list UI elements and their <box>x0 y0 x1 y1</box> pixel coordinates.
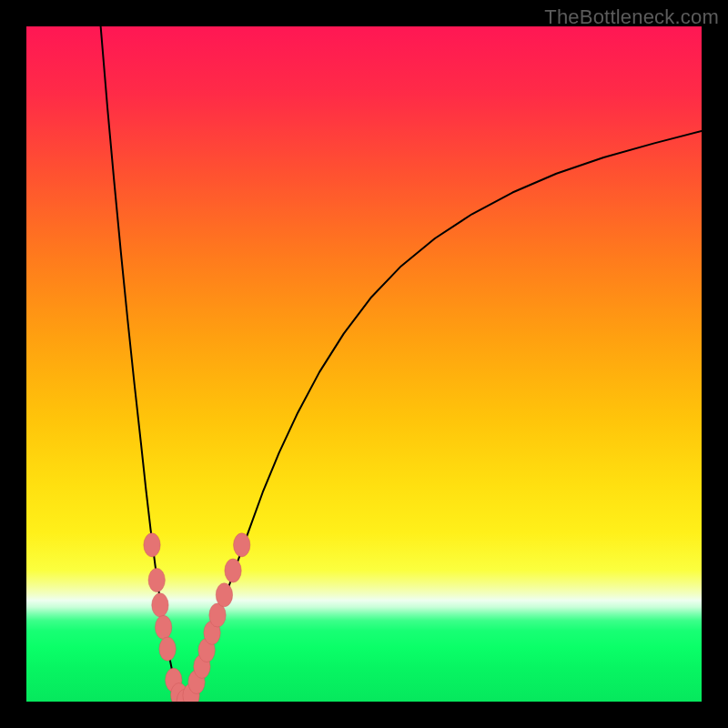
data-markers <box>144 533 250 702</box>
data-marker <box>234 533 250 557</box>
chart-frame: TheBottleneck.com <box>0 0 728 728</box>
chart-svg <box>26 26 702 702</box>
data-marker <box>225 559 241 582</box>
data-marker <box>155 615 171 639</box>
data-marker <box>148 568 165 592</box>
plot-area <box>26 26 702 702</box>
bottleneck-curve <box>101 26 702 702</box>
data-marker <box>152 593 168 617</box>
data-marker <box>216 583 232 607</box>
data-marker <box>159 637 176 661</box>
watermark-text: TheBottleneck.com <box>544 5 719 29</box>
data-marker <box>144 533 160 557</box>
